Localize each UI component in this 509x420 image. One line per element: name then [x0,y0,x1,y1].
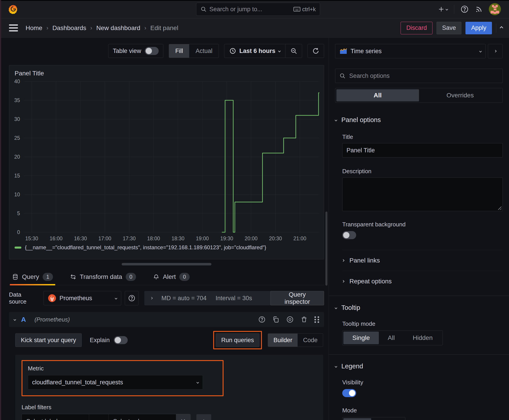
legend-mode-label: Mode [342,407,503,414]
vertical-scrollbar[interactable] [326,211,327,286]
tab-transform-data[interactable]: Transform data 0 [68,273,138,285]
svg-text:17:00: 17:00 [98,236,111,241]
time-series-chart[interactable]: 051015202530354015:3016:0016:3017:0017:3… [9,78,323,244]
tooltip-mode-all[interactable]: All [379,332,404,344]
explain-toggle[interactable] [114,336,128,344]
resize-handle-icon[interactable] [497,205,501,210]
pane-resize-handle[interactable] [122,263,211,265]
query-row-header[interactable]: A (Prometheus) [9,312,324,327]
add-button[interactable] [438,6,448,13]
collapse-editor-button[interactable] [500,27,503,29]
chevron-down-icon [335,119,337,121]
refresh-button[interactable] [307,44,324,58]
chart-legend[interactable]: {__name__="cloudflared_tunnel_total_requ… [9,244,324,254]
collapse-options-button[interactable] [488,44,503,58]
tab-query[interactable]: Query 1 [10,273,55,285]
chevron-up-icon [500,26,503,30]
help-icon[interactable] [258,316,266,323]
interval: Interval = 30s [215,295,252,302]
visualization-picker[interactable]: Time series [335,44,486,58]
tab-all[interactable]: All [336,89,419,101]
svg-text:18:00: 18:00 [147,236,160,241]
datasource-help-button[interactable] [125,291,138,305]
run-queries-button[interactable]: Run queries [216,333,260,347]
svg-text:18:30: 18:30 [171,236,184,241]
time-range-control: Last 6 hours [224,44,302,58]
tooltip-mode-hidden[interactable]: Hidden [404,332,442,344]
duplicate-icon[interactable] [272,316,279,323]
category-divider [329,354,509,354]
label-filter-row: Select label = Select value [22,414,317,420]
view-toolbar: Table view Fill Actual Last 6 hours [9,44,324,58]
tooltip-heading: Tooltip [341,304,360,311]
table-view-toggle[interactable] [145,47,159,55]
transparent-background-toggle[interactable] [342,231,356,239]
datasource-label: Data source [9,291,39,305]
svg-text:20: 20 [14,154,20,160]
user-avatar[interactable] [489,3,501,15]
help-button[interactable] [461,5,469,13]
chart-panel[interactable]: Panel Title 051015202530354015:3016:0016… [9,65,324,259]
select-value-dropdown[interactable]: Select value [109,414,176,420]
tooltip-section[interactable]: Tooltip [335,304,503,311]
chevron-down-icon [446,8,448,10]
trash-icon[interactable] [301,316,308,323]
fill-option[interactable]: Fill [169,44,190,58]
fill-actual-switch: Fill Actual [169,44,219,58]
drag-handle-icon[interactable] [314,316,316,318]
legend-section[interactable]: Legend [335,363,503,370]
breadcrumb-dashboards[interactable]: Dashboards [52,24,86,32]
breadcrumb-home[interactable]: Home [26,24,42,32]
chevron-down-icon[interactable] [14,318,16,321]
legend-series-marker [15,247,21,249]
search-box[interactable]: ctrl+k [196,3,320,16]
menu-toggle-icon[interactable] [9,24,18,31]
rss-icon [475,5,483,13]
builder-option[interactable]: Builder [268,334,298,347]
eye-icon[interactable] [286,316,294,323]
time-range-picker[interactable]: Last 6 hours [224,44,285,58]
legend-mode-list[interactable]: List [343,418,371,420]
news-feed-button[interactable] [475,5,483,13]
zoom-out-button[interactable] [285,44,302,58]
panel-links-section[interactable]: Panel links [342,250,503,271]
apply-button[interactable]: Apply [465,22,492,34]
save-button[interactable]: Save [436,22,462,34]
description-textarea[interactable] [342,178,503,211]
legend-mode-table[interactable]: Table [371,418,404,420]
search-input[interactable] [209,6,291,13]
add-filter-button[interactable]: + [196,414,211,420]
chevron-right-icon [342,259,344,262]
breadcrumb: Home › Dashboards › New dashboard › Edit… [26,24,178,32]
svg-text:0: 0 [17,229,20,235]
panel-options-section[interactable]: Panel options [335,116,503,124]
code-option[interactable]: Code [298,334,323,347]
tab-alert[interactable]: Alert 0 [151,273,192,285]
query-editor: A (Prometheus) [9,312,324,420]
metric-select[interactable]: cloudflared_tunnel_total_requests [28,375,203,390]
legend-series-label[interactable]: {__name__="cloudflared_tunnel_total_requ… [25,244,266,251]
help-icon [128,295,135,302]
options-search[interactable] [335,69,503,83]
chevron-right-icon [150,297,153,299]
discard-button[interactable]: Discard [401,22,433,34]
svg-text:20:00: 20:00 [245,236,258,241]
remove-filter-button[interactable]: ✕ [176,414,190,420]
options-search-input[interactable] [349,73,498,79]
operator-dropdown[interactable]: = [89,414,109,420]
tooltip-mode-single[interactable]: Single [343,332,379,344]
query-inspector-button[interactable]: Query inspector [270,291,324,305]
explain-control: Explain [90,336,128,344]
tab-overrides[interactable]: Overrides [419,89,501,101]
actual-option[interactable]: Actual [189,44,219,58]
breadcrumb-new-dashboard[interactable]: New dashboard [96,24,140,32]
grafana-logo[interactable] [8,4,18,15]
legend-visibility-toggle[interactable] [342,389,356,397]
repeat-options-section[interactable]: Repeat options [342,271,503,292]
kick-start-button[interactable]: Kick start your query [15,333,82,347]
svg-text:35: 35 [14,97,20,103]
select-label-dropdown[interactable]: Select label [22,414,89,420]
panel-title-input[interactable] [342,143,503,158]
datasource-picker[interactable]: Prometheus [44,291,121,305]
chevron-down-icon [335,365,337,368]
